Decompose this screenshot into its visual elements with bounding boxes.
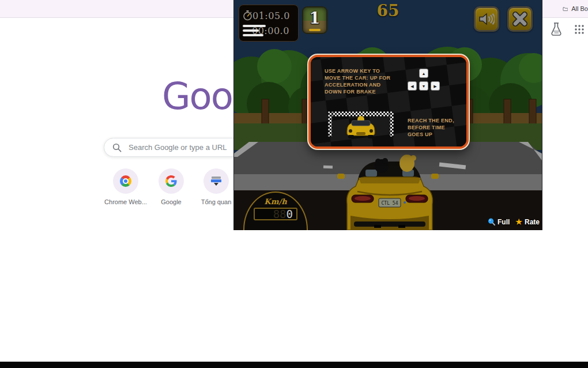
arrow-key-down-icon: ▼: [419, 81, 428, 91]
bookmark-folder-item[interactable]: All Bo: [563, 0, 588, 17]
arrow-key-right-icon: ▶: [431, 81, 440, 91]
close-icon: [512, 11, 528, 27]
rate-label: Rate: [525, 218, 540, 226]
google-g-icon: [159, 168, 184, 194]
search-box[interactable]: [104, 138, 255, 157]
apps-menu-button[interactable]: [572, 22, 587, 37]
labs-button[interactable]: [549, 22, 564, 37]
instructions-left-text: USE ARROW KEY TO MOVE THE CAR: UP FOR AC…: [325, 67, 402, 95]
shortcut-label: Google: [148, 198, 194, 205]
speedometer: Km/h 880: [243, 191, 308, 230]
speedometer-display: 880: [254, 208, 297, 220]
speedometer-value: 0: [287, 208, 293, 220]
search-icon: [112, 143, 122, 152]
bookmark-label: All Bo: [571, 5, 588, 12]
gear-value: 1: [303, 7, 326, 29]
close-button[interactable]: [507, 6, 533, 32]
speedometer-ghost-digits: 88: [273, 208, 287, 220]
sound-button[interactable]: [474, 6, 499, 32]
game-window: CTL 54 01:05.0 00:00.0: [233, 0, 542, 230]
tong-quan-favicon: [203, 168, 229, 194]
instructions-panel: USE ARROW KEY TO MOVE THE CAR: UP FOR AC…: [308, 55, 469, 149]
gear-stick-base: [309, 29, 321, 31]
stopwatch-icon: [243, 10, 252, 21]
screen: All Bo Google: [0, 0, 588, 368]
gear-indicator: 1: [302, 6, 327, 34]
star-icon: ★: [515, 217, 522, 226]
fullscreen-label: Full: [497, 218, 510, 226]
screen-letterbox: [0, 362, 588, 368]
shortcut-google[interactable]: Google: [148, 168, 194, 205]
finish-line-graphic: [328, 111, 394, 141]
zoom-icon: [488, 218, 495, 226]
arrow-key-up-icon: ▲: [419, 69, 428, 78]
score-value: 65: [367, 1, 409, 20]
chrome-web-store-icon: [113, 168, 138, 194]
rate-button[interactable]: ★ Rate: [515, 217, 540, 226]
flag-stripes-icon: [243, 25, 266, 36]
hud-timer: 01:05.0 00:00.0: [239, 5, 299, 42]
shortcut-label: Chrome Web...: [103, 198, 149, 205]
speaker-icon: [478, 12, 495, 27]
time-value: 01:05.0: [252, 10, 290, 21]
fullscreen-button[interactable]: Full: [488, 218, 510, 226]
arrow-keys-graphic: ▲ ◀ ▼ ▶: [406, 69, 443, 94]
apps-grid-icon: [574, 24, 585, 35]
arrow-key-left-icon: ◀: [408, 81, 417, 91]
game-footer: Full ★ Rate: [488, 217, 540, 226]
instructions-right-text: REACH THE END, BEFORE TIME GOES UP: [408, 117, 465, 138]
folder-icon: [563, 5, 568, 13]
shortcut-label: Tổng quan: [193, 198, 239, 205]
shortcut-tong-quan[interactable]: Tổng quan: [193, 168, 239, 205]
speedometer-label: Km/h: [244, 197, 307, 206]
flask-icon: [550, 22, 563, 36]
shortcut-chrome-web-store[interactable]: Chrome Web...: [103, 168, 149, 205]
